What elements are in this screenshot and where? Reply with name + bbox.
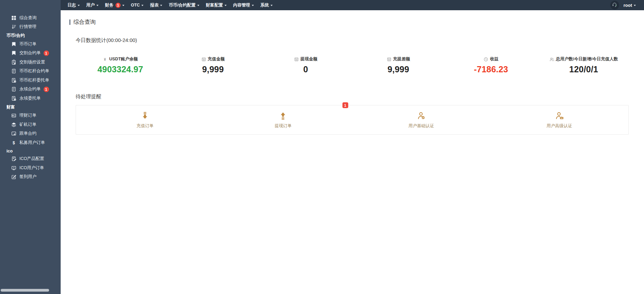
nav-item-8[interactable]: 系统	[260, 2, 273, 8]
billing-icon	[387, 57, 392, 62]
stat-label: ¥USDT账户余额	[74, 56, 167, 62]
pending-item-1[interactable]: 1提现订单	[214, 105, 352, 134]
sidebar-item-5[interactable]: 交割场控设置	[0, 58, 61, 67]
nav-item-1[interactable]: 用户	[86, 2, 98, 8]
wallet-icon	[11, 113, 16, 118]
bookmark-icon	[11, 42, 16, 47]
deposit-icon	[140, 111, 150, 120]
user-dropdown[interactable]: root	[624, 3, 636, 8]
pending-card: 充值订单1提现订单用户基础认证用户高级认证	[76, 105, 629, 135]
sidebar-item-17[interactable]: ICO用户订单	[0, 163, 61, 173]
sidebar-item-label: 理财订单	[19, 113, 36, 118]
sidebar-notification-badge: 1	[44, 87, 49, 92]
pending-item-label: 用户基础认证	[409, 123, 434, 129]
nav-item-2[interactable]: 财务1	[105, 2, 124, 8]
sidebar-item-16[interactable]: ICO产品配置	[0, 155, 61, 164]
sidebar-item-12[interactable]: 矿机订单	[0, 120, 61, 129]
nav-item-3[interactable]: OTC	[131, 3, 143, 8]
stat-value: 120/0/1	[537, 64, 630, 74]
chevron-down-icon	[252, 5, 254, 6]
sidebar-item-label: 币币订单	[19, 41, 36, 47]
stat-label: 提现金额	[259, 56, 352, 62]
chevron-down-icon	[96, 5, 98, 6]
navbar-right: root	[610, 1, 644, 10]
nav-item-4[interactable]: 报表	[150, 2, 162, 8]
sidebar-notification-badge: 1	[44, 50, 49, 56]
nav-item-label: 币币/合约配置	[169, 2, 195, 8]
stat-value: 9,999	[167, 64, 259, 74]
username: root	[624, 3, 632, 8]
stats-row: ¥USDT账户余额4903324.97充值金额9,999提现金额0充提差额9,9…	[74, 56, 630, 74]
sidebar-item-0[interactable]: 综合查询	[0, 13, 61, 23]
stat-label-text: USDT账户余额	[109, 56, 138, 62]
pending-item-3[interactable]: 用户高级认证	[490, 105, 628, 134]
nav-item-label: 财富配置	[206, 2, 223, 8]
sidebar-item-13[interactable]: 跟单合约	[0, 129, 61, 138]
stat-value: -7186.23	[445, 64, 537, 74]
stat-1: 充值金额9,999	[167, 56, 259, 74]
nav-item-6[interactable]: 财富配置	[206, 2, 227, 8]
users-icon	[550, 57, 554, 62]
sidebar-item-label: 行情管理	[19, 24, 36, 30]
stat-value: 9,999	[352, 64, 445, 74]
sidebar-menu: 综合查询行情管理币币/合约币币订单交割合约单1交割场控设置币币杠杆合约单币币杠杆…	[0, 0, 61, 181]
sidebar-item-14[interactable]: $私募用户订单	[0, 138, 61, 147]
pending-item-2[interactable]: 用户基础认证	[352, 105, 490, 134]
sidebar-item-label: 私募用户订单	[19, 140, 45, 146]
sidebar-section-10: 财富	[0, 103, 61, 111]
stat-label-text: 提现金额	[301, 56, 318, 62]
sidebar-horizontal-scrollbar[interactable]	[1, 289, 49, 292]
nav-notification-badge: 1	[116, 3, 121, 8]
edit-square-icon	[11, 174, 16, 179]
sidebar-item-label: 币币杠杆委托单	[19, 77, 49, 83]
nav-item-label: 财务	[105, 2, 113, 8]
stat-label-text: 收益	[490, 56, 499, 62]
chevron-down-icon	[122, 5, 124, 6]
sidebar-item-4[interactable]: 交割合约单1	[0, 49, 61, 58]
billing-icon	[294, 57, 299, 62]
stat-label: 总用户数/今日新增/今日充值人数	[537, 56, 630, 62]
headset-icon	[612, 2, 617, 9]
nav-item-5[interactable]: 币币/合约配置	[169, 2, 199, 8]
svg-text:$: $	[13, 140, 15, 145]
stat-value: 0	[259, 64, 352, 74]
doc-clock-icon	[11, 96, 16, 101]
sidebar-item-label: 交割场控设置	[19, 59, 45, 65]
stat-label-text: 充提差额	[393, 56, 410, 62]
doc-icon	[11, 87, 16, 92]
pending-item-label: 用户高级认证	[547, 123, 572, 129]
chevron-down-icon	[271, 5, 273, 6]
doc-icon	[11, 69, 16, 74]
sidebar-item-6[interactable]: 币币杠杆合约单	[0, 67, 61, 76]
nav-item-0[interactable]: 日志	[67, 2, 80, 8]
page-title-text: 综合查询	[73, 18, 96, 26]
stats-section-title: 今日数据统计(00:00-24:00)	[76, 37, 644, 44]
sidebar-item-18[interactable]: 签到用户	[0, 173, 61, 182]
user-crown-icon	[555, 111, 564, 120]
svg-text:¥: ¥	[104, 57, 106, 61]
sidebar-item-9[interactable]: 永续委托单	[0, 94, 61, 103]
clock-icon	[484, 57, 488, 62]
nav-item-7[interactable]: 内容管理	[233, 2, 254, 8]
doc-clock-icon	[11, 78, 16, 83]
sidebar-item-8[interactable]: 永续合约单1	[0, 85, 61, 94]
doc-edit-icon	[11, 156, 16, 161]
sidebar-item-3[interactable]: 币币订单	[0, 40, 61, 49]
stat-0: ¥USDT账户余额4903324.97	[74, 56, 167, 74]
pending-item-0[interactable]: 充值订单	[76, 105, 214, 134]
user-avatar[interactable]	[610, 1, 619, 10]
chevron-down-icon	[160, 5, 162, 6]
chevron-down-icon	[197, 5, 199, 6]
chevron-down-icon	[634, 5, 636, 6]
sidebar-item-label: ICO用户订单	[19, 165, 44, 171]
sidebar-item-1[interactable]: 行情管理	[0, 23, 61, 32]
pending-item-label: 提现订单	[275, 123, 292, 129]
chevron-down-icon	[141, 5, 143, 6]
sidebar-item-11[interactable]: 理财订单	[0, 111, 61, 120]
market-icon	[11, 24, 16, 29]
sidebar: 综合查询行情管理币币/合约币币订单交割合约单1交割场控设置币币杠杆合约单币币杠杆…	[0, 0, 61, 294]
sidebar-item-7[interactable]: 币币杠杆委托单	[0, 76, 61, 85]
stat-value: 4903324.97	[74, 64, 167, 74]
pending-notification-badge: 1	[342, 102, 348, 108]
yen-icon: ¥	[103, 57, 107, 62]
